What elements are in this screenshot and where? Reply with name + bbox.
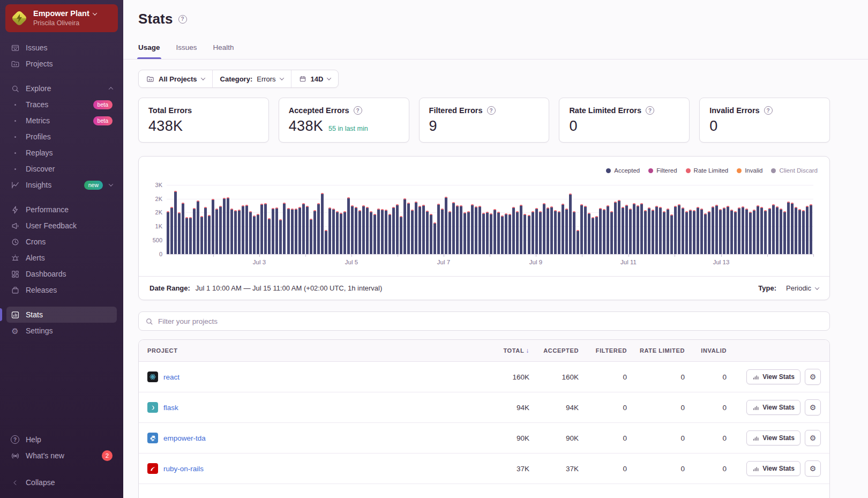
category-selector[interactable]: Category: Errors xyxy=(212,70,291,87)
bar[interactable] xyxy=(588,213,590,254)
sidebar-item-performance[interactable]: Performance xyxy=(6,202,117,218)
bar[interactable] xyxy=(422,205,425,254)
bar[interactable] xyxy=(629,209,632,254)
bar[interactable] xyxy=(539,211,542,254)
bar[interactable] xyxy=(768,208,771,254)
bar[interactable] xyxy=(238,210,241,254)
bar[interactable] xyxy=(475,206,477,254)
project-settings-gear-button[interactable]: ⚙ xyxy=(805,399,821,415)
bar[interactable] xyxy=(532,211,534,254)
view-stats-button[interactable]: View Stats xyxy=(746,400,800,415)
bar[interactable] xyxy=(810,204,812,254)
bar[interactable] xyxy=(403,198,406,254)
date-period-selector[interactable]: 14D xyxy=(291,70,339,87)
bar[interactable] xyxy=(550,206,553,254)
bar[interactable] xyxy=(700,209,703,254)
bar[interactable] xyxy=(336,211,339,254)
bar[interactable] xyxy=(275,207,278,254)
bar[interactable] xyxy=(471,204,474,254)
bar[interactable] xyxy=(493,209,496,254)
bar[interactable] xyxy=(249,211,252,254)
bar[interactable] xyxy=(715,205,718,254)
bar[interactable] xyxy=(332,209,335,254)
bar[interactable] xyxy=(516,211,519,254)
bar[interactable] xyxy=(712,206,714,254)
bar[interactable] xyxy=(253,215,256,254)
bar[interactable] xyxy=(463,212,466,254)
bar[interactable] xyxy=(230,209,233,254)
bar[interactable] xyxy=(640,203,643,254)
sidebar-item-issues[interactable]: Issues xyxy=(6,40,117,56)
bar[interactable] xyxy=(637,205,639,254)
bar[interactable] xyxy=(388,214,391,254)
bar[interactable] xyxy=(569,194,572,254)
help-icon[interactable]: ? xyxy=(764,106,773,115)
bar[interactable] xyxy=(547,207,549,254)
bar[interactable] xyxy=(433,222,436,254)
column-header-accepted[interactable]: ACCEPTED xyxy=(529,347,579,354)
bar[interactable] xyxy=(723,207,725,254)
bar[interactable] xyxy=(764,210,767,254)
bar[interactable] xyxy=(749,212,752,254)
bar[interactable] xyxy=(200,216,203,254)
bar[interactable] xyxy=(381,209,384,254)
tab-issues[interactable]: Issues xyxy=(176,39,197,59)
bar[interactable] xyxy=(223,198,226,254)
bar[interactable] xyxy=(279,219,282,254)
bar[interactable] xyxy=(512,207,515,254)
bar[interactable] xyxy=(802,210,805,254)
bar[interactable] xyxy=(614,202,617,254)
bar[interactable] xyxy=(313,210,316,254)
bar[interactable] xyxy=(302,203,305,254)
bar[interactable] xyxy=(791,203,794,254)
bar[interactable] xyxy=(678,204,680,254)
bar[interactable] xyxy=(351,205,354,254)
bar[interactable] xyxy=(310,219,312,254)
bar[interactable] xyxy=(798,209,801,254)
project-link[interactable]: flask xyxy=(163,404,178,412)
bar[interactable] xyxy=(603,209,605,254)
bar[interactable] xyxy=(697,207,699,254)
bar[interactable] xyxy=(565,209,568,254)
sidebar-item-user-feedback[interactable]: User Feedback xyxy=(6,218,117,234)
bar[interactable] xyxy=(745,209,748,254)
bar[interactable] xyxy=(317,203,320,254)
column-header-rate-limited[interactable]: RATE LIMITED xyxy=(627,347,685,354)
project-settings-gear-button[interactable]: ⚙ xyxy=(805,430,821,446)
bar[interactable] xyxy=(291,209,294,254)
bar[interactable] xyxy=(478,206,481,254)
bar[interactable] xyxy=(295,209,297,254)
bar[interactable] xyxy=(328,207,331,254)
bar[interactable] xyxy=(362,205,365,254)
bar[interactable] xyxy=(215,209,218,254)
bar[interactable] xyxy=(377,209,380,254)
project-settings-gear-button[interactable]: ⚙ xyxy=(805,460,821,477)
bar[interactable] xyxy=(418,206,421,254)
project-link[interactable]: react xyxy=(163,373,179,381)
tab-usage[interactable]: Usage xyxy=(138,39,160,59)
bar[interactable] xyxy=(727,206,729,254)
bar[interactable] xyxy=(584,206,587,254)
bar[interactable] xyxy=(577,230,579,254)
bar[interactable] xyxy=(426,211,429,254)
sidebar-item-metrics[interactable]: Metricsbeta xyxy=(6,113,117,129)
bar[interactable] xyxy=(501,215,504,254)
bar[interactable] xyxy=(467,211,470,254)
bar[interactable] xyxy=(456,205,459,254)
legend-item-filtered[interactable]: Filtered xyxy=(648,167,677,174)
bar[interactable] xyxy=(411,210,414,254)
bar[interactable] xyxy=(648,207,650,254)
bar[interactable] xyxy=(738,207,740,254)
bar[interactable] xyxy=(655,206,658,254)
bar[interactable] xyxy=(373,214,376,254)
project-filter-input[interactable] xyxy=(158,317,823,325)
bar[interactable] xyxy=(704,213,707,254)
bar[interactable] xyxy=(437,204,440,254)
column-header-total[interactable]: TOTAL↓ xyxy=(480,347,529,354)
bar[interactable] xyxy=(204,207,207,254)
bar[interactable] xyxy=(682,207,684,254)
bar[interactable] xyxy=(370,211,372,254)
page-help-icon[interactable]: ? xyxy=(178,15,187,24)
bar[interactable] xyxy=(674,206,677,254)
sidebar-item-explore[interactable]: Explore xyxy=(6,80,117,96)
